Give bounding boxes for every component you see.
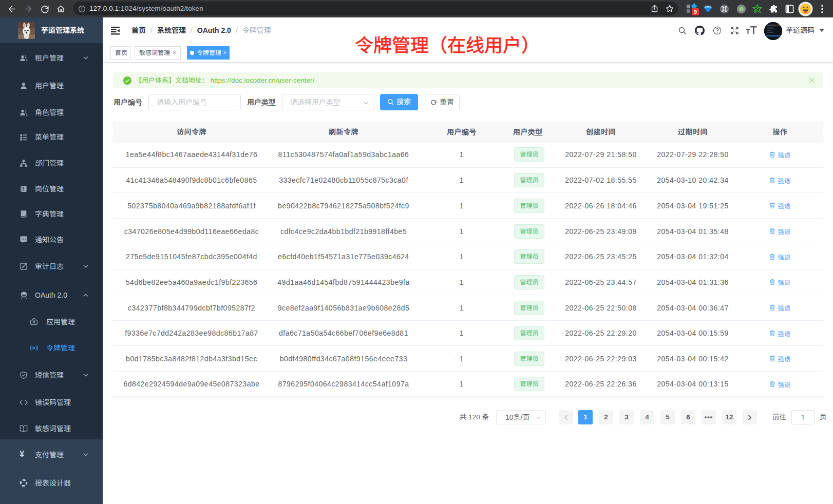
svg-text:9: 9 [694,9,697,15]
svg-text:a: a [33,346,35,350]
